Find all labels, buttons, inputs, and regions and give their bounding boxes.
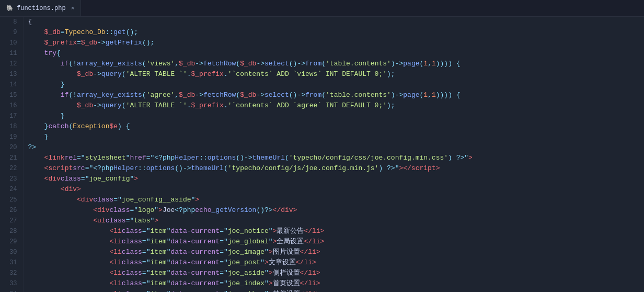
code-content: { $_db = Typecho_Db :: get (); $_prefix … (24, 17, 644, 292)
code-line-17: } (28, 111, 644, 121)
line-number: 16 (9, 100, 17, 111)
code-line-8: { (28, 17, 644, 27)
line-number: 28 (9, 226, 17, 237)
file-tab[interactable]: 🐘 functions.php × (0, 0, 81, 16)
line-number: 32 (9, 268, 17, 278)
code-line-10: $_prefix = $_db -> getPrefix (); (28, 38, 644, 48)
tab-bar: 🐘 functions.php × (0, 0, 644, 17)
line-number: 29 (9, 237, 17, 247)
tab-close-button[interactable]: × (71, 5, 75, 12)
line-number: 10 (9, 38, 17, 48)
line-number: 31 (9, 257, 17, 268)
code-line-9: $_db = Typecho_Db :: get (); (28, 27, 644, 38)
line-number: 22 (9, 163, 17, 174)
code-line-26: < div class =" logo " > Joe <?php echo _… (28, 205, 644, 216)
line-number: 25 (9, 195, 17, 205)
line-number: 34 (9, 289, 17, 292)
line-number: 15 (9, 90, 17, 100)
code-line-25: < div class =" joe_config__aside " > (28, 195, 644, 205)
line-number: 24 (9, 184, 17, 195)
line-number: 18 (9, 121, 17, 132)
code-line-15: if (! array_key_exists ( 'agree' , $_db … (28, 90, 644, 100)
line-number: 17 (9, 111, 17, 121)
line-number: 11 (9, 48, 17, 59)
line-number: 30 (9, 247, 17, 257)
line-number: 20 (9, 142, 17, 153)
code-line-32: < li class =" item " data-current =" joe… (28, 268, 644, 278)
php-icon: 🐘 (6, 5, 14, 12)
code-line-21: < link rel =" stylesheet " href =" <?php… (28, 153, 644, 163)
line-number: 12 (9, 59, 17, 69)
code-line-30: < li class =" item " data-current =" joe… (28, 247, 644, 257)
line-number: 9 (9, 27, 17, 38)
line-number: 21 (9, 153, 17, 163)
code-line-12: if (! array_key_exists ( 'views' , $_db … (28, 59, 644, 69)
code-line-22: < script src =" <?php Helper :: options … (28, 163, 644, 174)
editor-window: 🐘 functions.php × ◀ 8 9 10 11 12 13 14 1… (0, 0, 644, 292)
code-line-34: < li class =" item " data-current =" joe… (28, 289, 644, 292)
code-line-29: < li class =" item " data-current =" joe… (28, 237, 644, 247)
code-line-18: } catch ( Exception $e ) { (28, 121, 644, 132)
code-line-20: ?> (28, 142, 644, 153)
line-number: 33 (9, 278, 17, 289)
code-line-24: < div > (28, 184, 644, 195)
line-number: 26 (9, 205, 17, 216)
line-number: 27 (9, 216, 17, 226)
editor-body: ◀ 8 9 10 11 12 13 14 15 16 17 18 19 20 2… (0, 17, 644, 292)
code-line-23: < div class =" joe_config " > (28, 174, 644, 184)
code-line-16: $_db -> query ( 'ALTER TABLE `' . $_pref… (28, 100, 644, 111)
code-line-28: < li class =" item " data-current =" joe… (28, 226, 644, 237)
line-number: 8 (9, 17, 17, 27)
code-line-11: try { (28, 48, 644, 59)
left-arrow-indicator: ◀ (0, 17, 9, 292)
line-number: 19 (9, 132, 17, 142)
code-line-31: < li class =" item " data-current =" joe… (28, 257, 644, 268)
line-number: 14 (9, 80, 17, 90)
line-number: 23 (9, 174, 17, 184)
code-line-14: } (28, 80, 644, 90)
code-line-19: } (28, 132, 644, 142)
line-number: 13 (9, 69, 17, 80)
code-line-27: < ul class =" tabs " > (28, 216, 644, 226)
code-line-13: $_db -> query ( 'ALTER TABLE `' . $_pref… (28, 69, 644, 80)
code-line-33: < li class =" item " data-current =" joe… (28, 278, 644, 289)
tab-filename: functions.php (17, 5, 66, 12)
